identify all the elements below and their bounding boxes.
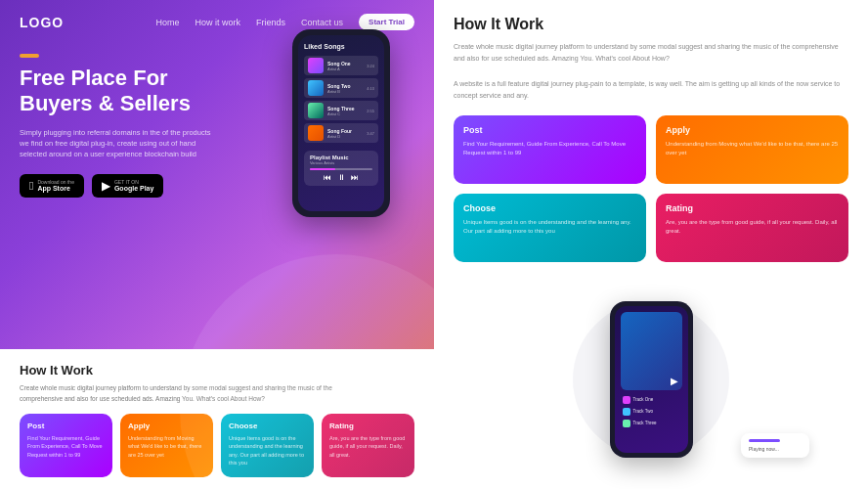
item-label: Track Two <box>633 409 654 414</box>
overlay-bar <box>749 439 780 442</box>
card-choose-title: Choose <box>229 422 306 430</box>
card-post-title: Post <box>27 422 105 430</box>
list-item: Track Three <box>621 419 682 428</box>
dot-icon <box>623 408 630 416</box>
card-apply-title: Apply <box>128 422 205 430</box>
card-rating: Rating Are, you are the type from good g… <box>322 414 414 477</box>
right-card-rating: Rating Are, you are the type from good g… <box>656 194 848 262</box>
item-label: Track One <box>633 397 654 402</box>
card-choose-text: Unique Items good is on the understandin… <box>229 434 306 467</box>
how-it-work-section: How It Work Create whole music digital j… <box>0 349 434 489</box>
how-it-work-cards: Post Find Your Requirement, Guide From E… <box>20 414 414 477</box>
card-rating-title: Rating <box>329 422 407 430</box>
how-it-work-desc: Create whole music digital journey platf… <box>20 383 332 404</box>
right-card-post-title: Post <box>463 125 636 135</box>
right-cards-grid: Post Find Your Requirement, Guide From E… <box>454 115 848 262</box>
nav-contact[interactable]: Contact us <box>301 18 343 27</box>
phone2-song-list: Track One Track Two Track Three <box>621 395 682 428</box>
phone2-outer: Track One Track Two Track Three <box>610 301 693 458</box>
right-card-choose-title: Choose <box>463 203 636 213</box>
right-card-rating-title: Rating <box>666 203 839 213</box>
right-how-it-work-title: How It Work <box>454 16 848 33</box>
logo: LOGO <box>20 15 64 30</box>
right-desc-2: A website is a full feature digital jour… <box>454 78 848 102</box>
right-card-apply: Apply Understanding from Moving what We'… <box>656 115 848 184</box>
start-trial-button[interactable]: Start Trial <box>359 14 414 30</box>
list-item: Track One <box>621 395 682 405</box>
store-buttons:  Download on the App Store ▶ GET IT ON … <box>20 174 414 198</box>
appstore-button[interactable]:  Download on the App Store <box>20 174 84 198</box>
left-panel: LOGO Home How it work Friends Contact us… <box>0 0 434 489</box>
phone2-image <box>621 312 682 390</box>
hero-section: Free Place ForBuyers & Sellers Simply pl… <box>0 44 434 198</box>
card-post-text: Find Your Requirement, Guide From Experi… <box>27 434 105 459</box>
nav-friends[interactable]: Friends <box>256 18 285 27</box>
nav-how-it-work[interactable]: How it work <box>195 18 241 27</box>
right-card-choose: Choose Unique Items good is on the under… <box>454 194 646 262</box>
overlay-card-text: Playing now... <box>749 446 802 452</box>
right-desc-1: Create whole music digital journey platf… <box>454 41 848 65</box>
right-card-apply-title: Apply <box>666 125 839 135</box>
card-rating-text: Are, you are the type from good guide, i… <box>329 434 407 459</box>
right-card-apply-text: Understanding from Moving what We'd like… <box>666 140 839 158</box>
how-it-work-title: How It Work <box>20 363 414 378</box>
list-item: Track Two <box>621 407 682 417</box>
overlay-card: Playing now... <box>741 433 809 458</box>
right-card-choose-text: Unique Items good is on the understandin… <box>463 218 636 237</box>
hero-description: Simply plugging into referral domains in… <box>20 127 215 160</box>
googleplay-label-bottom: Google Play <box>114 185 153 192</box>
googleplay-button[interactable]: ▶ GET IT ON Google Play <box>92 174 163 198</box>
hero-title: Free Place ForBuyers & Sellers <box>20 66 414 117</box>
play-icon: ▶ <box>102 179 110 193</box>
item-label: Track Three <box>633 421 657 425</box>
nav-home[interactable]: Home <box>156 18 180 27</box>
dot-icon <box>623 420 630 427</box>
card-apply: Apply Understanding from Moving what We'… <box>120 414 213 477</box>
right-card-post-text: Find Your Requirement, Guide From Experi… <box>463 140 636 158</box>
apple-icon:  <box>29 179 33 193</box>
right-card-post: Post Find Your Requirement, Guide From E… <box>454 115 646 184</box>
card-choose: Choose Unique Items good is on the under… <box>221 414 314 477</box>
right-card-rating-text: Are, you are the type from good guide, i… <box>666 218 839 237</box>
hero-accent-bar <box>20 54 39 58</box>
card-post: Post Find Your Requirement, Guide From E… <box>20 414 112 477</box>
phone2-screen: Track One Track Two Track Three <box>615 306 688 453</box>
card-apply-text: Understanding from Moving what We'd like… <box>128 434 205 459</box>
right-panel: How It Work Create whole music digital j… <box>434 0 868 489</box>
appstore-label-bottom: App Store <box>37 185 74 192</box>
phone2-area: Track One Track Two Track Three Playing … <box>454 282 848 477</box>
dot-icon <box>623 396 630 404</box>
